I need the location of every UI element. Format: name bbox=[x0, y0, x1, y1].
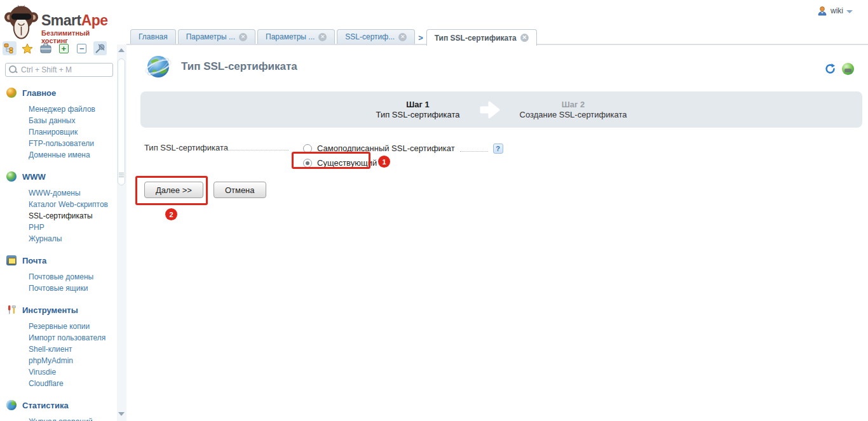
tab-parameters-2[interactable]: Параметры ... ✕ bbox=[257, 29, 335, 44]
tab-label: Параметры ... bbox=[266, 32, 315, 41]
page-actions bbox=[824, 63, 854, 75]
sidebar-item-logs[interactable]: Журналы bbox=[29, 234, 117, 243]
sidebar-item-virusdie[interactable]: Virusdie bbox=[29, 368, 117, 377]
sidebar-item-backups[interactable]: Резервные копии bbox=[29, 322, 117, 331]
tab-overflow-chevron-icon[interactable]: > bbox=[418, 33, 423, 43]
expand-all-button[interactable]: + bbox=[57, 41, 71, 55]
favorites-button[interactable] bbox=[21, 41, 35, 55]
help-globe-icon[interactable] bbox=[842, 63, 854, 75]
next-button[interactable]: Далее >> bbox=[144, 182, 203, 198]
wizard-steps-bar: Шаг 1 Тип SSL-сертификата Шаг 2 Создание… bbox=[140, 91, 862, 128]
page-globe-icon bbox=[144, 53, 172, 80]
certificate-type-options: Самоподписанный SSL-сертификат ? Существ… bbox=[303, 141, 503, 170]
sidebar-item-web-scripts[interactable]: Каталог Web-скриптов bbox=[29, 200, 117, 209]
scroll-down-icon[interactable] bbox=[118, 412, 125, 416]
annotation-badge-2: 2 bbox=[165, 208, 177, 220]
sidebar-item-www-domains[interactable]: WWW-домены bbox=[29, 189, 117, 197]
dotted-leader bbox=[224, 150, 288, 150]
radio-self-signed[interactable] bbox=[303, 144, 312, 153]
favorites-star-icon bbox=[22, 43, 33, 54]
form-buttons: Далее >> Отмена bbox=[144, 182, 266, 198]
sidebar-item-user-import[interactable]: Импорт пользователя bbox=[29, 333, 117, 342]
tab-label: Тип SSL-сертификата bbox=[435, 34, 517, 43]
sidebar-item-phpmyadmin[interactable]: phpMyAdmin bbox=[29, 356, 117, 365]
brand-logo[interactable]: SmartApe Безлимитный хостинг bbox=[0, 0, 117, 41]
option-self-signed: Самоподписанный SSL-сертификат ? bbox=[303, 141, 503, 156]
user-menu[interactable]: wiki bbox=[817, 6, 853, 16]
sidebar-item-cloudflare[interactable]: Cloudflare bbox=[29, 379, 117, 388]
sidebar-item-databases[interactable]: Базы данных bbox=[29, 116, 117, 125]
radio-existing[interactable] bbox=[303, 159, 312, 168]
menu-section-stats-header[interactable]: Статистика bbox=[6, 400, 117, 410]
search-input[interactable] bbox=[5, 63, 113, 77]
sidebar-item-domain-names[interactable]: Доменные имена bbox=[29, 150, 117, 159]
sidebar-item-operations-log[interactable]: Журнал операций bbox=[29, 417, 117, 421]
tree-view-icon bbox=[4, 43, 15, 53]
brand-wordmark: SmartApe Безлимитный хостинг bbox=[39, 3, 117, 44]
sidebar-item-file-manager[interactable]: Менеджер файлов bbox=[29, 105, 117, 114]
cancel-button[interactable]: Отмена bbox=[214, 182, 266, 198]
menu-section-tools-header[interactable]: Инструменты bbox=[6, 305, 117, 315]
collapse-minus-icon: − bbox=[77, 44, 86, 53]
sidebar-scrollbar[interactable] bbox=[117, 44, 126, 421]
tab-parameters-1[interactable]: Параметры ... ✕ bbox=[178, 29, 255, 44]
option-label[interactable]: Самоподписанный SSL-сертификат bbox=[317, 144, 455, 153]
refresh-icon[interactable] bbox=[824, 63, 836, 75]
page-title: Тип SSL-сертификата bbox=[181, 60, 297, 73]
app-root: SmartApe Безлимитный хостинг bbox=[0, 0, 868, 421]
tree-view-button[interactable] bbox=[3, 41, 17, 55]
menu-section-mail-header[interactable]: Почта bbox=[6, 255, 117, 265]
menu-section-title: WWW bbox=[22, 172, 46, 182]
tab-bar: Главная Параметры ... ✕ Параметры ... ✕ … bbox=[130, 29, 537, 46]
scroll-up-icon[interactable] bbox=[118, 48, 125, 52]
splitter-grip[interactable] bbox=[119, 173, 124, 178]
sidebar: SmartApe Безлимитный хостинг bbox=[0, 0, 117, 421]
user-avatar-icon bbox=[817, 6, 827, 16]
help-question-icon[interactable]: ? bbox=[493, 144, 503, 154]
annotation-badge-1: 1 bbox=[378, 156, 390, 168]
sidebar-item-ftp-users[interactable]: FTP-пользователи bbox=[29, 139, 117, 148]
menu-section-main-header[interactable]: Главное bbox=[6, 88, 117, 98]
sidebar-toolbar: + − bbox=[0, 41, 117, 56]
wizard-step-2: Шаг 2 Создание SSL-сертификата bbox=[520, 100, 627, 119]
sidebar-item-php[interactable]: PHP bbox=[29, 223, 117, 232]
dotted-leader bbox=[460, 151, 488, 152]
menu-section-title: Почта bbox=[22, 256, 46, 265]
menu-section-tools: Инструменты Резервные копии Импорт польз… bbox=[6, 305, 117, 388]
menu-section-www-header[interactable]: WWW bbox=[6, 171, 117, 182]
expand-plus-icon: + bbox=[59, 44, 69, 53]
option-existing: Существующий bbox=[303, 156, 503, 170]
globe-icon bbox=[6, 171, 17, 182]
pin-menu-button[interactable] bbox=[93, 41, 107, 55]
tab-close-icon[interactable]: ✕ bbox=[520, 34, 529, 42]
tab-home[interactable]: Главная bbox=[130, 29, 176, 44]
brand-word-smart: Smart bbox=[41, 12, 81, 29]
option-label[interactable]: Существующий bbox=[317, 158, 377, 168]
collapse-all-button[interactable]: − bbox=[75, 41, 89, 55]
menu-section-title: Статистика bbox=[22, 401, 69, 410]
tab-label: SSL-сертиф... bbox=[345, 32, 395, 41]
briefcase-button[interactable] bbox=[39, 41, 53, 55]
sidebar-item-mail-domains[interactable]: Почтовые домены bbox=[29, 272, 117, 281]
tab-ssl-certificates[interactable]: SSL-сертиф... ✕ bbox=[337, 29, 415, 44]
tab-close-icon[interactable]: ✕ bbox=[318, 33, 327, 41]
briefcase-icon bbox=[40, 43, 51, 53]
tab-close-icon[interactable]: ✕ bbox=[239, 33, 247, 41]
wizard-step-title: Шаг 1 bbox=[376, 100, 460, 110]
tab-ssl-certificate-type[interactable]: Тип SSL-сертификата ✕ bbox=[426, 29, 537, 46]
menu-section-stats: Статистика Журнал операций Журнал посеще… bbox=[6, 400, 117, 421]
menu-section-www: WWW WWW-домены Каталог Web-скриптов SSL-… bbox=[6, 171, 117, 243]
sidebar-item-ssl-certificates[interactable]: SSL-сертификаты bbox=[29, 211, 117, 220]
page-header: Тип SSL-сертификата bbox=[144, 53, 297, 80]
sidebar-item-scheduler[interactable]: Планировщик bbox=[29, 128, 117, 137]
scrollbar-thumb[interactable] bbox=[118, 58, 125, 185]
sidebar-item-mailboxes[interactable]: Почтовые ящики bbox=[29, 284, 117, 293]
pie-chart-icon bbox=[6, 400, 17, 410]
tab-label: Параметры ... bbox=[186, 32, 235, 41]
tools-icon bbox=[6, 305, 17, 315]
menu-section-main: Главное Менеджер файлов Базы данных План… bbox=[6, 88, 117, 159]
tab-close-icon[interactable]: ✕ bbox=[398, 33, 407, 41]
wizard-step-1: Шаг 1 Тип SSL-сертификата bbox=[376, 100, 460, 119]
sidebar-item-shell-client[interactable]: Shell-клиент bbox=[29, 345, 117, 354]
chevron-down-icon bbox=[846, 10, 853, 13]
